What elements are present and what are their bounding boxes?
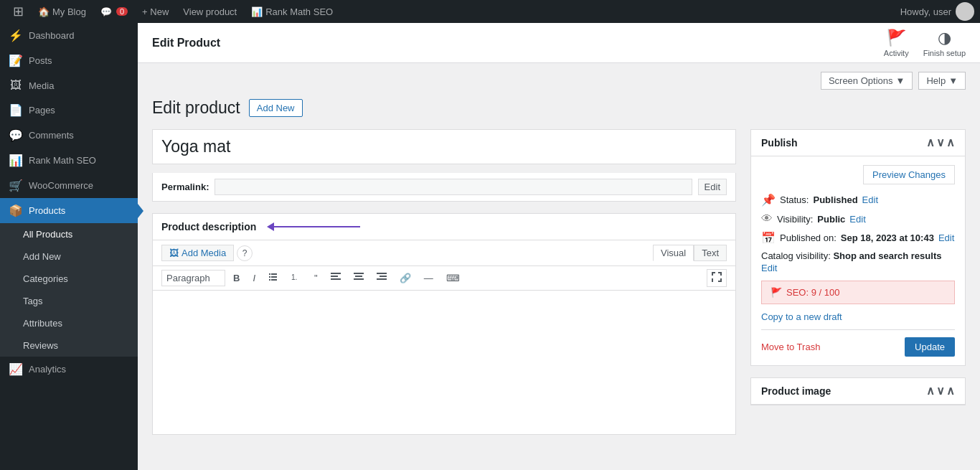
analytics-icon: 📈	[9, 362, 23, 376]
collapse-arrows: ∧ ∨ ∧	[926, 137, 955, 149]
screen-options-bar: Screen Options ▼ Help ▼	[152, 72, 966, 90]
new-content-button[interactable]: + New	[135, 0, 176, 23]
publish-box-header: Publish ∧ ∨ ∧	[751, 130, 965, 156]
blockquote-button[interactable]: "	[309, 270, 323, 286]
link-button[interactable]: 🔗	[395, 270, 416, 286]
expand-button[interactable]	[707, 269, 727, 287]
svg-rect-12	[354, 278, 364, 280]
finish-setup-icon: ◑	[938, 29, 951, 47]
svg-rect-10	[354, 273, 364, 274]
published-on-label: Published on:	[780, 232, 837, 243]
publish-box-title: Publish	[761, 137, 798, 149]
sidebar-item-dashboard[interactable]: ⚡ Dashboard	[0, 23, 138, 48]
help-button[interactable]: Help ▼	[918, 72, 966, 90]
svg-rect-5	[271, 279, 277, 281]
sidebar-item-rank-math[interactable]: 📊 Rank Math SEO	[0, 148, 138, 173]
sidebar-item-all-products[interactable]: All Products	[0, 223, 138, 245]
activity-button[interactable]: 🚩 Activity	[884, 29, 909, 57]
product-image-collapse-up[interactable]: ∧	[926, 385, 935, 397]
published-on-edit-link[interactable]: Edit	[938, 232, 954, 243]
collapse-minimize-arrow[interactable]: ∧	[946, 137, 955, 149]
editor-help-button[interactable]: ?	[237, 245, 253, 261]
sidebar-item-analytics[interactable]: 📈 Analytics	[0, 357, 138, 382]
svg-rect-3	[271, 276, 277, 278]
sidebar-item-categories[interactable]: Categories	[0, 268, 138, 290]
move-to-trash-link[interactable]: Move to Trash	[761, 342, 820, 352]
seo-warning-box: 🚩 SEO: 9 / 100	[761, 281, 955, 304]
copy-draft-link[interactable]: Copy to a new draft	[761, 311, 955, 322]
published-on-value: Sep 18, 2023 at 10:43	[841, 232, 934, 243]
italic-button[interactable]: I	[248, 270, 260, 286]
add-media-button[interactable]: 🖼 Add Media	[161, 245, 234, 261]
add-new-button[interactable]: Add New	[249, 99, 303, 117]
catalog-edit-link[interactable]: Edit	[761, 263, 955, 273]
permalink-url-input[interactable]	[215, 179, 692, 195]
paragraph-select[interactable]: Paragraph	[161, 270, 225, 286]
bold-button[interactable]: B	[228, 270, 245, 286]
text-tab[interactable]: Text	[694, 245, 727, 261]
wp-logo-icon: ⊞	[13, 4, 24, 19]
sidebar-item-add-new[interactable]: Add New	[0, 245, 138, 268]
publish-actions: Move to Trash Update	[761, 329, 955, 357]
sidebar-item-media[interactable]: 🖼 Media	[0, 73, 138, 98]
product-description-box: Product description 🖼 Add Media	[152, 213, 736, 435]
product-image-collapse-min[interactable]: ∧	[946, 385, 955, 397]
svg-rect-4	[269, 279, 270, 281]
top-right-actions: 🚩 Activity ◑ Finish setup	[884, 29, 966, 57]
wp-logo-button[interactable]: ⊞	[6, 0, 31, 23]
sidebar-item-reviews[interactable]: Reviews	[0, 334, 138, 357]
sidebar-item-tags[interactable]: Tags	[0, 290, 138, 312]
user-greeting[interactable]: Howdy, user	[900, 2, 974, 21]
calendar-icon: 📅	[761, 231, 776, 245]
visual-tab[interactable]: Visual	[653, 245, 694, 261]
permalink-edit-button[interactable]: Edit	[698, 179, 727, 195]
rank-math-sidebar-icon: 📊	[9, 154, 23, 167]
sidebar-item-products[interactable]: 📦 Products	[0, 198, 138, 223]
editor-toolbar-row2: Paragraph B I 1. "	[153, 266, 735, 291]
product-title-input[interactable]	[152, 129, 736, 164]
status-edit-link[interactable]: Edit	[862, 194, 878, 205]
svg-rect-14	[380, 276, 387, 277]
svg-rect-1	[271, 273, 277, 275]
rank-math-icon: 📊	[251, 6, 263, 17]
unordered-list-button[interactable]	[263, 269, 283, 287]
preview-changes-container: Preview Changes	[761, 165, 955, 184]
finish-setup-button[interactable]: ◑ Finish setup	[923, 29, 966, 57]
add-media-icon: 🖼	[169, 248, 179, 258]
collapse-down-arrow[interactable]: ∨	[936, 137, 945, 149]
rank-math-link[interactable]: 📊 Rank Math SEO	[244, 0, 340, 23]
sidebar-item-attributes[interactable]: Attributes	[0, 312, 138, 334]
align-center-button[interactable]	[349, 270, 369, 286]
page-header: Edit Product 🚩 Activity ◑ Finish setup	[138, 23, 980, 63]
align-left-button[interactable]	[326, 270, 346, 286]
sidebar: ⚡ Dashboard 📝 Posts 🖼 Media 📄 Pages 💬 Co…	[0, 23, 138, 470]
product-image-box: Product image ∧ ∨ ∧	[750, 377, 966, 405]
sidebar-item-pages[interactable]: 📄 Pages	[0, 98, 138, 123]
visibility-edit-link[interactable]: Edit	[849, 214, 865, 225]
more-button[interactable]: —	[419, 270, 438, 286]
visibility-label: Visibility:	[777, 214, 813, 225]
edit-product-heading: Edit product Add New	[152, 98, 966, 118]
ordered-list-button[interactable]: 1.	[286, 269, 306, 287]
collapse-up-arrow[interactable]: ∧	[926, 137, 935, 149]
update-button[interactable]: Update	[905, 337, 955, 357]
visibility-icon: 👁	[761, 212, 773, 225]
sidebar-item-comments[interactable]: 💬 Comments	[0, 123, 138, 148]
comments-link[interactable]: 💬 0	[93, 0, 135, 23]
site-name-link[interactable]: 🏠 My Blog	[31, 0, 93, 23]
status-icon: 📌	[761, 193, 776, 207]
sidebar-item-posts[interactable]: 📝 Posts	[0, 48, 138, 73]
product-image-title: Product image	[761, 385, 831, 397]
view-product-link[interactable]: View product	[176, 0, 244, 23]
svg-rect-2	[269, 276, 270, 278]
sidebar-item-woocommerce[interactable]: 🛒 WooCommerce	[0, 173, 138, 198]
keyboard-shortcuts-button[interactable]: ⌨	[441, 270, 465, 286]
screen-options-button[interactable]: Screen Options ▼	[821, 72, 913, 90]
product-image-collapse-down[interactable]: ∨	[936, 385, 945, 397]
posts-icon: 📝	[9, 54, 23, 67]
editor-content-area[interactable]	[153, 291, 735, 434]
align-right-button[interactable]	[372, 270, 392, 286]
preview-changes-button[interactable]: Preview Changes	[863, 165, 955, 184]
catalog-visibility-section: Catalog visibility: Shop and search resu…	[761, 250, 955, 273]
svg-rect-11	[355, 276, 362, 277]
